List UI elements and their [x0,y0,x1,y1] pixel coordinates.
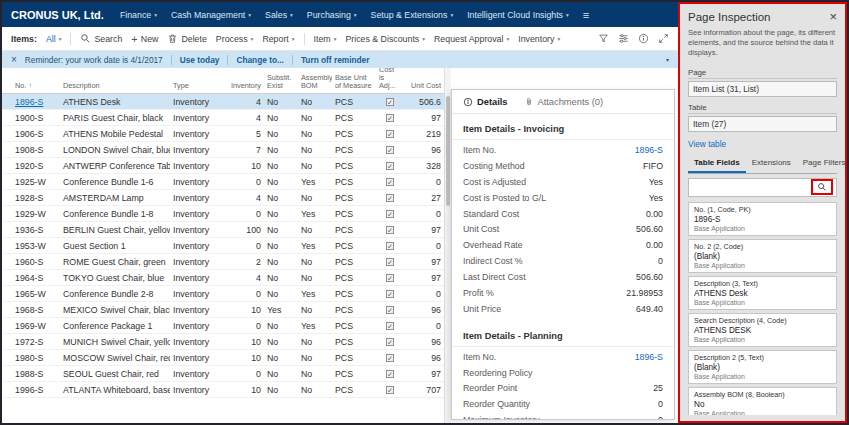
cell-inventory[interactable]: 5 [224,129,264,139]
cell-cost-adjusted[interactable]: ✓ [376,274,404,282]
cell-assembly-bom[interactable]: No [298,369,332,379]
cell-assembly-bom[interactable]: No [298,337,332,347]
cell-substit-exist[interactable]: No [264,225,298,235]
table-row[interactable]: 1969-W Conference Package 1 Inventory 0 … [2,318,444,334]
header-inventory[interactable]: Inventory [224,82,264,93]
table-row[interactable]: 1896-S ATHENS Desk Inventory 4 No No PCS… [2,94,444,110]
cell-unit-cost[interactable]: 0 [404,241,444,251]
nav-finance[interactable]: Finance▾ [120,10,157,20]
cell-unit-cost[interactable]: 97 [404,225,444,235]
use-today-link[interactable]: Use today [171,55,220,65]
nav-setup-extensions[interactable]: Setup & Extensions▾ [371,10,454,20]
cell-no[interactable]: 1900-S [12,113,60,123]
cell-no[interactable]: 1908-S [12,145,60,155]
cell-no[interactable]: 1965-W [12,289,60,299]
cell-base-unit[interactable]: PCS [332,321,376,331]
cell-no[interactable]: 1980-S [12,353,60,363]
cell-cost-adjusted[interactable]: ✓ [376,114,404,122]
cell-substit-exist[interactable]: Yes [264,305,298,315]
cell-cost-adjusted[interactable]: ✓ [376,242,404,250]
cell-description[interactable]: ROME Guest Chair, green [60,257,170,267]
cell-unit-cost[interactable]: 27 [404,193,444,203]
cell-cost-adjusted[interactable]: ✓ [376,338,404,346]
cell-inventory[interactable]: 10 [224,353,264,363]
cell-base-unit[interactable]: PCS [332,305,376,315]
detail-field-value[interactable]: 0.00 [646,240,663,252]
detail-field-value[interactable]: 0 [658,256,663,268]
header-no[interactable]: No. ↑ [12,82,60,93]
cell-description[interactable]: Guest Section 1 [60,241,170,251]
table-scrollbar[interactable] [444,68,451,423]
request-approval-menu[interactable]: Request Approval▾ [434,34,509,44]
cell-assembly-bom[interactable]: No [298,273,332,283]
cell-type[interactable]: Inventory [170,385,224,395]
cell-base-unit[interactable]: PCS [332,145,376,155]
cell-no[interactable]: 1929-W [12,209,60,219]
table-row[interactable]: 1920-S ANTWERP Conference Table Inventor… [2,158,444,174]
detail-field-value[interactable]: 0 [658,399,663,411]
cell-base-unit[interactable]: PCS [332,193,376,203]
cell-unit-cost[interactable]: 707 [404,385,444,395]
cell-substit-exist[interactable]: No [264,209,298,219]
cell-no[interactable]: 1960-S [12,257,60,267]
cell-cost-adjusted[interactable]: ✓ [376,322,404,330]
prices-discounts-menu[interactable]: Prices & Discounts▾ [345,34,425,44]
cell-unit-cost[interactable]: 506.6 [404,97,444,107]
cell-cost-adjusted[interactable]: ✓ [376,210,404,218]
cell-base-unit[interactable]: PCS [332,289,376,299]
cell-base-unit[interactable]: PCS [332,97,376,107]
cell-inventory[interactable]: 7 [224,145,264,155]
cell-inventory[interactable]: 100 [224,225,264,235]
detail-field-value[interactable]: 25 [653,383,663,395]
cell-substit-exist[interactable]: No [264,289,298,299]
detail-field-value[interactable]: 1896-S [635,352,663,364]
cell-base-unit[interactable]: PCS [332,129,376,139]
table-row[interactable]: 1953-W Guest Section 1 Inventory 0 No Ye… [2,238,444,254]
nav-cash-management[interactable]: Cash Management▾ [171,10,251,20]
cell-inventory[interactable]: 0 [224,177,264,187]
turn-off-reminder-link[interactable]: Turn off reminder [292,55,370,65]
detail-field-value[interactable]: Yes [649,193,663,205]
cell-assembly-bom[interactable]: No [298,193,332,203]
cell-substit-exist[interactable]: No [264,97,298,107]
process-menu[interactable]: Process▾ [216,34,254,44]
nav-purchasing[interactable]: Purchasing▾ [307,10,357,20]
cell-inventory[interactable]: 10 [224,385,264,395]
cell-unit-cost[interactable]: 96 [404,337,444,347]
cell-description[interactable]: TOKYO Guest Chair, blue [60,273,170,283]
cell-base-unit[interactable]: PCS [332,257,376,267]
search-icon[interactable] [817,182,827,192]
cell-inventory[interactable]: 4 [224,193,264,203]
cell-no[interactable]: 1953-W [12,241,60,251]
cell-cost-adjusted[interactable]: ✓ [376,306,404,314]
cell-description[interactable]: PARIS Guest Chair, black [60,113,170,123]
cell-substit-exist[interactable]: No [264,321,298,331]
tab-attachments[interactable]: Attachments (0) [524,97,604,107]
cell-assembly-bom[interactable]: Yes [298,209,332,219]
cell-base-unit[interactable]: PCS [332,369,376,379]
inspection-field-card[interactable]: No. (1, Code, PK) 1896-S Base Applicatio… [688,202,837,236]
table-row[interactable]: 1900-S PARIS Guest Chair, black Inventor… [2,110,444,126]
filter-icon[interactable] [598,33,609,44]
detail-field-value[interactable]: 506.60 [636,224,663,236]
cell-cost-adjusted[interactable]: ✓ [376,354,404,362]
cell-unit-cost[interactable]: 0 [404,209,444,219]
cell-cost-adjusted[interactable]: ✓ [376,194,404,202]
cell-unit-cost[interactable]: 97 [404,369,444,379]
cell-cost-adjusted[interactable]: ✓ [376,98,404,106]
table-row[interactable]: 1964-S TOKYO Guest Chair, blue Inventory… [2,270,444,286]
cell-cost-adjusted[interactable]: ✓ [376,370,404,378]
cell-unit-cost[interactable]: 97 [404,113,444,123]
item-menu[interactable]: Item▾ [314,34,337,44]
cell-no[interactable]: 1968-S [12,305,60,315]
cell-base-unit[interactable]: PCS [332,113,376,123]
detail-field-value[interactable]: Yes [649,177,663,189]
cell-description[interactable]: Conference Bundle 1-8 [60,209,170,219]
cell-description[interactable]: ATLANTA Whiteboard, base [60,385,170,395]
cell-substit-exist[interactable]: No [264,113,298,123]
cell-inventory[interactable]: 10 [224,161,264,171]
cell-assembly-bom[interactable]: No [298,113,332,123]
cell-assembly-bom[interactable]: No [298,305,332,315]
cell-no[interactable]: 1936-S [12,225,60,235]
cell-description[interactable]: Conference Package 1 [60,321,170,331]
